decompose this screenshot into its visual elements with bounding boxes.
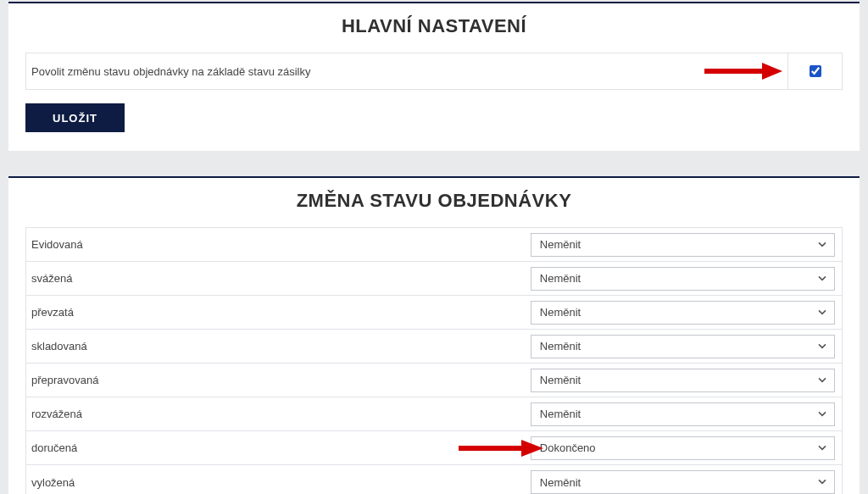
status-label: svážená — [26, 262, 524, 295]
status-select-cell: Neměnit — [524, 228, 842, 261]
chevron-down-icon — [817, 341, 827, 351]
save-button[interactable]: ULOŽIT — [25, 103, 125, 132]
chevron-down-icon — [817, 476, 827, 486]
status-row: sváženáNeměnit — [26, 262, 842, 296]
main-settings-panel: HLAVNÍ NASTAVENÍ Povolit změnu stavu obj… — [8, 2, 860, 151]
status-change-panel: ZMĚNA STAVU OBJEDNÁVKY EvidovanáNeměnits… — [8, 176, 860, 494]
enable-status-change-label: Povolit změnu stavu objednávky na základ… — [26, 53, 787, 89]
status-select[interactable]: Neměnit — [531, 470, 835, 494]
status-select[interactable]: Neměnit — [531, 301, 835, 325]
main-settings-title: HLAVNÍ NASTAVENÍ — [25, 15, 843, 37]
status-label: skladovaná — [26, 330, 524, 363]
status-select-value: Neměnit — [540, 374, 581, 386]
status-select-value: Neměnit — [540, 476, 581, 489]
enable-status-change-check-cell — [787, 53, 842, 89]
status-select-value: Neměnit — [540, 238, 581, 251]
status-label: doručená — [26, 431, 524, 464]
chevron-down-icon — [817, 239, 827, 249]
status-select-cell: Dokončeno — [524, 431, 842, 464]
status-select[interactable]: Neměnit — [531, 233, 835, 257]
status-select-cell: Neměnit — [524, 465, 842, 494]
status-change-table: EvidovanáNeměnitsváženáNeměnitpřevzatáNe… — [25, 227, 843, 494]
status-select[interactable]: Neměnit — [531, 369, 835, 392]
enable-status-change-checkbox[interactable] — [810, 65, 821, 77]
status-select-value: Neměnit — [540, 340, 581, 352]
status-row: doručenáDokončeno — [26, 431, 842, 465]
status-row: skladovanáNeměnit — [26, 330, 842, 364]
status-select-cell: Neměnit — [524, 364, 842, 397]
status-label: vyložená — [26, 465, 524, 494]
status-change-title: ZMĚNA STAVU OBJEDNÁVKY — [25, 190, 843, 212]
chevron-down-icon — [817, 442, 827, 452]
status-label: Evidovaná — [26, 228, 524, 261]
status-select[interactable]: Neměnit — [531, 335, 835, 358]
chevron-down-icon — [817, 408, 827, 419]
status-row: rozváženáNeměnit — [26, 397, 842, 431]
status-row: přepravovanáNeměnit — [26, 364, 842, 397]
status-row: EvidovanáNeměnit — [26, 228, 842, 262]
status-row: vyloženáNeměnit — [26, 465, 842, 494]
status-select[interactable]: Neměnit — [531, 402, 835, 426]
status-select-value: Neměnit — [540, 272, 581, 285]
chevron-down-icon — [817, 375, 827, 385]
chevron-down-icon — [817, 273, 827, 283]
status-label: převzatá — [26, 296, 524, 329]
status-row: převzatáNeměnit — [26, 296, 842, 330]
status-select-value: Neměnit — [540, 408, 581, 420]
status-select-cell: Neměnit — [524, 262, 842, 295]
status-select-value: Neměnit — [540, 306, 581, 319]
status-select-cell: Neměnit — [524, 330, 842, 363]
status-label: přepravovaná — [26, 364, 524, 397]
status-select-cell: Neměnit — [524, 397, 842, 430]
status-select[interactable]: Dokončeno — [531, 436, 835, 460]
status-select[interactable]: Neměnit — [531, 267, 835, 291]
status-select-cell: Neměnit — [524, 296, 842, 329]
status-label: rozvážená — [26, 397, 524, 430]
enable-status-change-row: Povolit změnu stavu objednávky na základ… — [25, 53, 843, 90]
chevron-down-icon — [817, 307, 827, 317]
status-select-value: Dokončeno — [540, 441, 596, 454]
